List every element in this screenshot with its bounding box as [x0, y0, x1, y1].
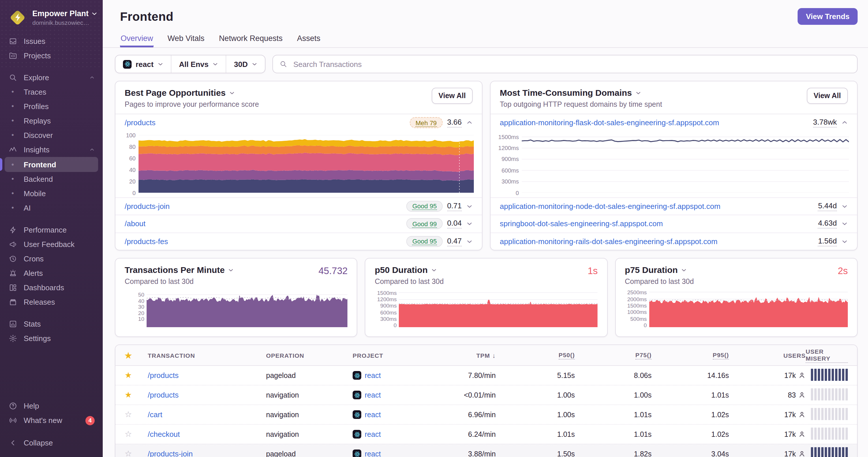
project-link[interactable]: react: [365, 411, 381, 419]
sidebar-item-discover[interactable]: •Discover: [0, 128, 103, 142]
sidebar-item-issues[interactable]: Issues: [0, 34, 103, 48]
chevron-down-icon[interactable]: [841, 203, 848, 209]
metric-title: p75 Duration: [625, 265, 678, 275]
project-filter[interactable]: react: [116, 55, 171, 73]
chevron-down-icon[interactable]: [681, 267, 687, 273]
sidebar-item-what-s-new[interactable]: What's new4: [0, 413, 103, 428]
sidebar-item-stats[interactable]: Stats: [0, 317, 103, 331]
star-outline-icon[interactable]: ☆: [125, 410, 132, 419]
search-input[interactable]: [292, 59, 851, 69]
star-outline-icon[interactable]: ☆: [125, 449, 132, 457]
domain-link[interactable]: application-monitoring-flask-dot-sales-e…: [500, 119, 719, 127]
history-icon: [8, 255, 17, 263]
project-link[interactable]: react: [365, 450, 381, 457]
tpm-cell: <0.01/min: [445, 391, 496, 399]
p75-cell: 1.01s: [575, 430, 652, 438]
column-header-p95[interactable]: P95(): [652, 351, 729, 359]
transaction-link[interactable]: /products: [148, 391, 179, 399]
users-count: 17k: [784, 411, 796, 419]
column-header-tpm[interactable]: TPM↓: [445, 352, 496, 359]
column-header-p75[interactable]: P75(): [575, 351, 652, 359]
tab-network-requests[interactable]: Network Requests: [218, 31, 283, 47]
environment-filter[interactable]: All Envs: [171, 55, 226, 73]
metric-value: 1s: [588, 265, 598, 276]
metric-chart: 1500ms1200ms900ms600ms300ms0: [375, 291, 598, 327]
star-outline-icon[interactable]: ☆: [125, 429, 132, 438]
project-link[interactable]: react: [365, 391, 381, 399]
org-switcher[interactable]: Empower Plant dominik.buszowiec…: [0, 7, 103, 34]
best-pages-title-dropdown[interactable]: Best Page Opportunities: [125, 88, 259, 98]
chevron-down-icon[interactable]: [466, 221, 473, 227]
project-link[interactable]: react: [365, 430, 381, 438]
domain-link[interactable]: application-monitoring-rails-dot-sales-e…: [500, 237, 717, 246]
chevron-down-icon[interactable]: [431, 267, 437, 273]
sidebar-item-replays[interactable]: •Replays: [0, 114, 103, 128]
sidebar-item-mobile[interactable]: •Mobile: [0, 186, 103, 201]
user-misery-bars: [811, 447, 848, 457]
table-header: ★TRANSACTIONOPERATIONPROJECTTPM↓P50()P75…: [116, 345, 857, 366]
page-link[interactable]: /products-join: [125, 202, 170, 210]
domains-view-all-button[interactable]: View All: [807, 88, 848, 104]
sidebar-item-alerts[interactable]: Alerts: [0, 266, 103, 281]
tab-overview[interactable]: Overview: [120, 31, 154, 47]
sidebar-item-profiles[interactable]: •Profiles: [0, 99, 103, 114]
star-filled-icon[interactable]: ★: [125, 370, 132, 380]
column-header-transaction[interactable]: TRANSACTION: [148, 352, 266, 359]
transaction-link[interactable]: /cart: [148, 410, 162, 419]
sidebar-item-crons[interactable]: Crons: [0, 252, 103, 266]
topbar: Frontend View Trends: [103, 0, 868, 25]
p50-cell: 1.00s: [496, 411, 575, 419]
chevron-down-icon[interactable]: [228, 267, 234, 273]
sidebar-item-traces[interactable]: •Traces: [0, 85, 103, 99]
column-header-misery[interactable]: USER MISERY: [806, 348, 848, 363]
sidebar-group-explore[interactable]: Explore: [0, 70, 103, 85]
project-link[interactable]: react: [365, 371, 381, 380]
p75-cell: 1.01s: [575, 411, 652, 419]
sidebar-item-performance[interactable]: Performance: [0, 223, 103, 237]
y-axis-label: 60: [129, 156, 135, 161]
tab-assets[interactable]: Assets: [297, 31, 321, 47]
date-range-filter[interactable]: 30D: [226, 55, 265, 73]
sidebar-item-backend[interactable]: •Backend: [0, 172, 103, 186]
sidebar-item-ai[interactable]: •AI: [0, 201, 103, 215]
sidebar-item-user-feedback[interactable]: User Feedback: [0, 237, 103, 252]
sidebar-item-projects[interactable]: Projects: [0, 48, 103, 63]
transaction-row: ★/productspageloadreact7.80/min5.15s8.06…: [116, 366, 857, 385]
chevron-down-icon[interactable]: [466, 238, 473, 244]
sidebar-item-releases[interactable]: Releases: [0, 295, 103, 309]
chevron-down-icon[interactable]: [466, 203, 473, 209]
column-header-operation[interactable]: OPERATION: [266, 352, 352, 359]
best-pages-view-all-button[interactable]: View All: [432, 88, 473, 104]
metric-value: 45.732: [318, 265, 348, 276]
star-filled-icon[interactable]: ★: [125, 390, 132, 399]
page-link[interactable]: /about: [125, 220, 146, 228]
chevron-up-icon[interactable]: [466, 120, 473, 126]
column-header-p50[interactable]: P50(): [496, 351, 575, 359]
column-header-users[interactable]: USERS: [729, 352, 806, 359]
domains-title-dropdown[interactable]: Most Time-Consuming Domains: [500, 88, 662, 98]
chevron-up-icon[interactable]: [841, 120, 848, 126]
metric-cards: Transactions Per Minute45.732Compared to…: [115, 258, 858, 337]
sidebar-item-frontend[interactable]: •Frontend: [5, 157, 98, 172]
sidebar-item-dashboards[interactable]: Dashboards: [0, 281, 103, 295]
chevron-down-icon[interactable]: [841, 221, 848, 227]
transaction-link[interactable]: /products-join: [148, 450, 193, 457]
sidebar-item-help[interactable]: Help: [0, 399, 103, 413]
y-axis-label: 40: [129, 167, 135, 173]
page-link[interactable]: /products: [125, 119, 156, 127]
operation-cell: navigation: [266, 430, 352, 438]
page-link[interactable]: /products-fes: [125, 237, 168, 246]
sidebar-item-collapse[interactable]: Collapse: [0, 436, 103, 450]
domain-link[interactable]: application-monitoring-node-dot-sales-en…: [500, 202, 720, 210]
search-icon: [279, 60, 287, 68]
tab-web-vitals[interactable]: Web Vitals: [167, 31, 205, 47]
sidebar-item-settings[interactable]: Settings: [0, 331, 103, 346]
transaction-link[interactable]: /checkout: [148, 430, 180, 438]
column-header-project[interactable]: PROJECT: [352, 352, 445, 359]
view-trends-button[interactable]: View Trends: [798, 8, 858, 25]
chevron-down-icon[interactable]: [841, 238, 848, 244]
domain-link[interactable]: springboot-dot-sales-engineering-sf.apps…: [500, 220, 663, 228]
sidebar-group-insights[interactable]: Insights: [0, 142, 103, 157]
transaction-link[interactable]: /products: [148, 371, 179, 380]
y-axis-label: 0: [644, 323, 647, 328]
